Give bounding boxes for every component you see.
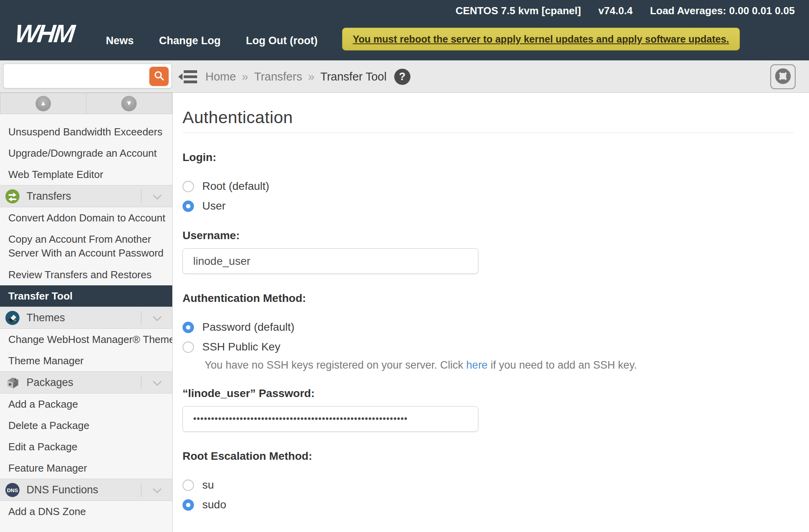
password-label: “linode_user” Password: [182,387,794,400]
auth-method-label: Authentication Method: [182,292,794,305]
sidebar-scroll-up-button[interactable]: ▲ [0,93,87,114]
radio-label: sudo [202,498,226,511]
chevron-down-icon[interactable] [152,378,163,390]
username-label: Username: [182,229,794,242]
sidebar-scroll-down-button[interactable]: ▼ [87,93,173,114]
search-icon [153,70,165,83]
sidebar-item-upgrade-downgrade-account[interactable]: Upgrade/Downgrade an Account [0,142,172,164]
sidebar-item-web-template-editor[interactable]: Web Template Editor [0,164,172,185]
sidebar-item-add-a-dns-zone[interactable]: Add a DNS Zone [0,501,172,522]
radio-escalation-sudo[interactable]: sudo [182,495,794,515]
collapse-sidebar-icon[interactable] [177,68,198,86]
sidebar-section-label: Transfers [26,190,71,202]
sidebar-section-packages[interactable]: Packages [0,371,172,393]
sidebar-section-themes[interactable]: Themes [0,307,172,329]
main-content: Authentication Login: Root (default) Use… [173,93,809,532]
radio-label: su [202,479,214,491]
radio-circle[interactable] [182,499,194,511]
server-status-line: CENTOS 7.5 kvm [cpanel] v74.0.4 Load Ave… [455,5,795,17]
sidebar-section-label: DNS Functions [26,484,98,496]
sidebar-section-dns-functions[interactable]: DNS DNS Functions [0,479,172,501]
reboot-alert-banner[interactable]: You must reboot the server to apply kern… [342,28,740,51]
status-load-averages: Load Averages: 0.00 0.01 0.05 [650,5,795,17]
sidebar: ▲ ▼ Unsuspend Bandwidth Exceeders Upgrad… [0,93,173,532]
scroll-up-icon: ▲ [36,96,51,111]
lifebuoy-icon [775,68,791,86]
radio-label: User [202,200,226,212]
radio-auth-password[interactable]: Password (default) [182,317,794,337]
section-divider [141,311,141,324]
ssh-note-text: You have no SSH keys registered on your … [205,359,466,371]
sidebar-item-change-whm-theme[interactable]: Change WebHost Manager® Theme [0,329,172,350]
nav-log-out[interactable]: Log Out (root) [246,35,318,47]
radio-circle[interactable] [182,322,194,333]
breadcrumb: Home » Transfers » Transfer Tool ? [205,60,410,93]
dns-icon: DNS [5,482,20,498]
sidebar-item-unsuspend-bandwidth-exceeders[interactable]: Unsuspend Bandwidth Exceeders [0,121,172,142]
help-icon[interactable]: ? [394,69,410,85]
sidebar-search [3,64,172,88]
sidebar-section-transfers[interactable]: Transfers [0,185,172,207]
radio-login-root[interactable]: Root (default) [182,176,794,196]
radio-escalation-su[interactable]: su [182,475,794,495]
sidebar-item-theme-manager[interactable]: Theme Manager [0,350,172,371]
svg-text:DNS: DNS [7,487,18,493]
sidebar-item-copy-account-password[interactable]: Copy an Account From Another Server With… [0,229,172,264]
login-label: Login: [182,151,794,164]
breadcrumb-separator: » [308,70,314,83]
radio-auth-ssh-key[interactable]: SSH Public Key [182,337,794,357]
auth-method-radio-group: Password (default) SSH Public Key [182,317,794,357]
ssh-key-note: You have no SSH keys registered on your … [205,359,794,371]
search-input[interactable] [5,66,147,86]
sidebar-item-convert-addon-domain[interactable]: Convert Addon Domain to Account [0,207,172,229]
scroll-down-icon: ▼ [121,96,137,111]
root-escalation-label: Root Escalation Method: [182,450,794,463]
sidebar-item-add-a-package[interactable]: Add a Package [0,393,172,415]
sidebar-item-review-transfers-restores[interactable]: Review Transfers and Restores [0,264,172,285]
chevron-down-icon[interactable] [152,192,163,204]
sidebar-section-label: Packages [26,377,73,389]
sidebar-section-label: Themes [26,312,65,324]
transfers-icon [5,189,20,204]
radio-circle[interactable] [182,341,194,353]
sidebar-item-feature-manager[interactable]: Feature Manager [0,457,172,479]
status-version: v74.0.4 [598,5,633,17]
radio-circle[interactable] [182,480,194,491]
login-radio-group: Root (default) User [182,176,794,216]
sidebar-item-transfer-tool[interactable]: Transfer Tool [0,285,172,307]
breadcrumb-bar: Home » Transfers » Transfer Tool ? [0,60,809,93]
top-navbar: WHM News Change Log Log Out (root) CENTO… [0,0,809,60]
sidebar-nav-list: Unsuspend Bandwidth Exceeders Upgrade/Do… [0,121,172,522]
radio-label: SSH Public Key [202,341,280,353]
password-input[interactable] [182,406,478,432]
support-button[interactable] [770,64,796,89]
chevron-down-icon[interactable] [152,313,163,326]
nav-news[interactable]: News [106,35,134,47]
add-ssh-key-link[interactable]: here [466,359,487,371]
radio-login-user[interactable]: User [182,196,794,216]
username-input[interactable] [182,248,478,274]
whm-logo[interactable]: WHM [13,19,75,48]
section-divider-rule [182,133,794,133]
packages-icon [5,375,20,390]
breadcrumb-transfers[interactable]: Transfers [254,70,302,83]
breadcrumb-current-page: Transfer Tool [320,70,387,83]
top-nav-links: News Change Log Log Out (root) [106,35,318,47]
section-divider [141,483,141,496]
section-divider [141,189,141,203]
breadcrumb-home[interactable]: Home [205,70,236,83]
sidebar-item-delete-a-package[interactable]: Delete a Package [0,415,172,436]
radio-circle[interactable] [182,200,194,212]
ssh-note-text: if you need to add an SSH key. [487,359,637,371]
radio-label: Password (default) [202,321,294,333]
sidebar-scroll-controls: ▲ ▼ [0,93,172,114]
radio-label: Root (default) [202,180,269,193]
section-divider [141,376,141,389]
radio-circle[interactable] [182,181,194,192]
status-os: CENTOS 7.5 kvm [cpanel] [455,5,581,17]
authentication-heading: Authentication [182,108,794,127]
nav-change-log[interactable]: Change Log [159,35,221,47]
sidebar-item-edit-a-package[interactable]: Edit a Package [0,436,172,457]
search-button[interactable] [149,67,169,86]
chevron-down-icon[interactable] [152,485,163,498]
